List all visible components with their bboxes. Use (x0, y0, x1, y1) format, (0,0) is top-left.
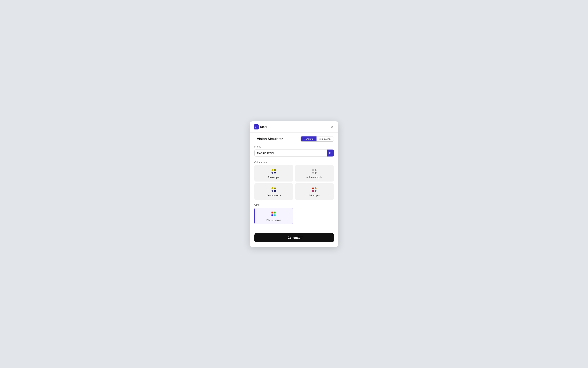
modal-title-area: Stark (254, 124, 267, 129)
card-deuteranopia[interactable]: Deuteranopia (255, 183, 293, 200)
modal-footer: Generate ☞ (250, 232, 338, 247)
modal-header: Stark × (250, 121, 338, 133)
generate-button[interactable]: Generate (255, 233, 334, 242)
achromatopsia-label: Achromatopsia (307, 176, 322, 179)
color-vision-label: Color vision (255, 161, 334, 164)
blurred-vision-label: Blurred vision (267, 219, 281, 221)
tritanopia-icon (312, 187, 317, 192)
card-tritanopia[interactable]: Tritanopia (295, 183, 334, 200)
deuteranopia-icon (271, 187, 276, 192)
card-protonopia[interactable]: Protonopia (255, 165, 293, 182)
achromatopsia-icon (312, 169, 317, 174)
app-name: Stark (260, 125, 267, 128)
tab-group: Generate Simulation (300, 136, 334, 142)
frame-section: Frame Mockup 12 final (255, 145, 334, 156)
vision-simulator-modal: Stark × ‹ Vision Simulator Generate Simu… (250, 121, 338, 247)
other-section: Other Blurred vision (255, 203, 334, 224)
deuteranopia-label: Deuteranopia (267, 194, 281, 197)
frame-select[interactable]: Mockup 12 final (255, 149, 334, 156)
close-button[interactable]: × (330, 125, 334, 129)
other-grid: Blurred vision (255, 208, 334, 224)
tab-simulation[interactable]: Simulation (316, 137, 333, 141)
card-achromatopsia[interactable]: Achromatopsia (295, 165, 334, 182)
stark-logo (254, 124, 259, 129)
back-button[interactable]: ‹ (255, 137, 255, 141)
color-vision-grid: Protonopia Achromatopsia Deuteranopia (255, 165, 334, 200)
frame-label: Frame (255, 145, 334, 148)
other-label: Other (255, 203, 334, 206)
frame-select-wrapper: Mockup 12 final (255, 149, 334, 156)
color-vision-section: Color vision Protonopia Achromatopsia (255, 161, 334, 200)
card-blurred-vision[interactable]: Blurred vision (255, 208, 293, 224)
tritanopia-label: Tritanopia (309, 194, 319, 197)
protonopia-icon (271, 169, 276, 174)
page-header: ‹ Vision Simulator Generate Simulation (255, 136, 334, 142)
page-title: Vision Simulator (257, 137, 283, 141)
page-title-area: ‹ Vision Simulator (255, 137, 283, 141)
modal-body: ‹ Vision Simulator Generate Simulation F… (250, 133, 338, 232)
protonopia-label: Protonopia (268, 176, 280, 179)
tab-generate[interactable]: Generate (301, 137, 316, 141)
blurred-vision-icon (271, 211, 276, 217)
